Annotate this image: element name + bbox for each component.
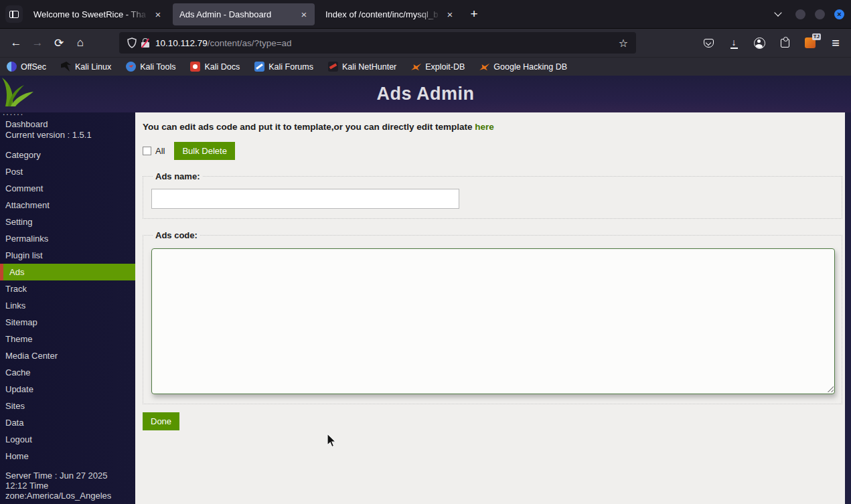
bookmark-kali-linux[interactable]: Kali Linux xyxy=(61,62,111,72)
sidebar-item-home[interactable]: Home xyxy=(0,448,135,465)
sweetrice-logo[interactable]: ...... xyxy=(1,77,48,117)
tab-title: Welcome to SweetRice - Tha xyxy=(33,9,151,19)
extension-badge: TJ xyxy=(812,33,821,40)
download-icon: ↓ xyxy=(730,37,738,49)
sidebar-item-dashboard[interactable]: Dashboard xyxy=(5,119,130,129)
url-host: 10.10.112.79 xyxy=(155,38,208,48)
tab-index-of-content[interactable]: Index of /content/inc/mysql_b × xyxy=(319,3,461,25)
foxyproxy-extension-button[interactable]: TJ xyxy=(800,33,820,53)
bulk-delete-button[interactable]: Bulk Delete xyxy=(174,142,234,160)
tab-ads-admin[interactable]: Ads Admin - Dashboard × xyxy=(173,3,315,25)
insecure-lock-icon[interactable] xyxy=(141,38,150,48)
sidebar-item-sites[interactable]: Sites xyxy=(0,398,135,414)
sidebar-item-setting[interactable]: Setting xyxy=(0,214,135,230)
bookmark-kali-tools[interactable]: Kali Tools xyxy=(126,62,175,72)
account-button[interactable] xyxy=(749,33,769,53)
window-controls: × xyxy=(795,9,844,19)
sidebar-item-comment[interactable]: Comment xyxy=(0,180,135,197)
sidebar-item-logout[interactable]: Logout xyxy=(0,431,135,448)
sidebar-item-cache[interactable]: Cache xyxy=(0,364,135,381)
navigation-toolbar: ← → ⟳ ⌂ 10.10.112.79/content/as/?type=ad… xyxy=(0,29,851,58)
kali-nethunter-icon xyxy=(328,62,338,72)
sidebar-item-theme[interactable]: Theme xyxy=(0,331,135,347)
page-header-band: Ads Admin xyxy=(0,76,851,112)
list-all-tabs-button[interactable] xyxy=(770,6,786,22)
sidebar-item-plugin-list[interactable]: Plugin list xyxy=(0,247,135,264)
select-all-label: All xyxy=(155,146,165,156)
reload-button[interactable]: ⟳ xyxy=(48,33,70,53)
sidebar-item-data[interactable]: Data xyxy=(0,414,135,431)
sidebar-item-post[interactable]: Post xyxy=(0,163,135,180)
sidebar-item-sitemap[interactable]: Sitemap xyxy=(0,314,135,331)
maximize-button[interactable] xyxy=(815,9,825,19)
sidebar-item-ads[interactable]: Ads xyxy=(0,264,135,280)
minimize-button[interactable] xyxy=(795,9,805,19)
downloads-button[interactable]: ↓ xyxy=(724,33,744,53)
sidebar-item-update[interactable]: Update xyxy=(0,381,135,398)
close-tab-icon[interactable]: × xyxy=(297,7,311,21)
ads-code-textarea[interactable] xyxy=(151,248,835,394)
edit-template-here-link[interactable]: here xyxy=(475,122,494,132)
select-all-checkbox[interactable] xyxy=(143,147,151,155)
sidebar-nav: Category Post Comment Attachment Setting… xyxy=(0,147,135,465)
back-button[interactable]: ← xyxy=(5,33,27,53)
forward-button[interactable]: → xyxy=(27,33,48,53)
bulk-actions-row: All Bulk Delete xyxy=(143,142,842,160)
sidebar-version-text: Current version : 1.5.1 xyxy=(5,130,130,140)
ads-code-legend: Ads code: xyxy=(153,230,200,240)
sidebar-item-media-center[interactable]: Media Center xyxy=(0,347,135,364)
tab-welcome-sweetrice[interactable]: Welcome to SweetRice - Tha × xyxy=(27,3,169,25)
url-bar[interactable]: 10.10.112.79/content/as/?type=ad ☆ xyxy=(119,32,636,54)
chevron-down-icon xyxy=(774,9,781,16)
exploit-db-icon xyxy=(411,62,421,72)
new-tab-button[interactable]: + xyxy=(465,5,483,23)
sidebar-item-permalinks[interactable]: Permalinks xyxy=(0,230,135,247)
sidebar-item-track[interactable]: Track xyxy=(0,280,135,297)
kali-docs-icon xyxy=(190,62,200,72)
bookmark-kali-forums[interactable]: Kali Forums xyxy=(254,62,313,72)
tab-title: Ads Admin - Dashboard xyxy=(179,9,297,19)
bookmark-offsec[interactable]: OffSec xyxy=(7,62,46,72)
account-icon xyxy=(754,37,765,49)
google-hacking-db-icon xyxy=(479,62,489,72)
firefox-view-button[interactable] xyxy=(5,5,23,23)
extensions-button[interactable] xyxy=(775,33,795,53)
sweetrice-logo-icon xyxy=(1,77,40,108)
kali-linux-icon xyxy=(61,62,71,72)
page-content: Ads Admin ...... Dashboard Current versi… xyxy=(0,76,851,504)
close-tab-icon[interactable]: × xyxy=(443,7,457,21)
ads-name-legend: Ads name: xyxy=(153,171,202,181)
kali-forums-icon xyxy=(254,62,264,72)
close-tab-icon[interactable]: × xyxy=(151,7,165,21)
close-window-button[interactable]: × xyxy=(834,9,844,19)
toolbar-right-icons: ↓ TJ ≡ xyxy=(698,33,846,53)
bookmark-kali-docs[interactable]: Kali Docs xyxy=(190,62,240,72)
firefox-view-icon xyxy=(9,11,19,18)
done-button[interactable]: Done xyxy=(143,412,179,430)
offsec-icon xyxy=(7,62,17,72)
sidebar: Dashboard Current version : 1.5.1 Catego… xyxy=(0,112,135,504)
server-time-text: Server Time : Jun 27 2025 12:12 Time zon… xyxy=(0,465,127,501)
kali-tools-icon xyxy=(126,62,136,72)
url-text[interactable]: 10.10.112.79/content/as/?type=ad xyxy=(155,38,616,48)
ads-name-input[interactable] xyxy=(151,189,459,209)
tab-bar: Welcome to SweetRice - Tha × Ads Admin -… xyxy=(0,0,851,29)
url-path: /content/as/?type=ad xyxy=(208,38,292,48)
pocket-icon xyxy=(704,39,714,48)
sidebar-item-category[interactable]: Category xyxy=(0,147,135,163)
intro-text: You can edit ads code and put it to temp… xyxy=(143,122,842,132)
main-panel: You can edit ads code and put it to temp… xyxy=(135,112,845,504)
bookmark-star-icon[interactable]: ☆ xyxy=(616,37,631,50)
page-title: Ads Admin xyxy=(377,84,475,104)
sidebar-item-links[interactable]: Links xyxy=(0,297,135,314)
bookmark-exploit-db[interactable]: Exploit-DB xyxy=(411,62,465,72)
pocket-button[interactable] xyxy=(698,33,718,53)
tab-title: Index of /content/inc/mysql_b xyxy=(325,9,443,19)
sidebar-item-attachment[interactable]: Attachment xyxy=(0,197,135,214)
bookmarks-bar: OffSec Kali Linux Kali Tools Kali Docs K… xyxy=(0,58,851,76)
app-menu-button[interactable]: ≡ xyxy=(826,33,846,53)
bookmark-kali-nethunter[interactable]: Kali NetHunter xyxy=(328,62,396,72)
shield-icon[interactable] xyxy=(127,37,137,48)
home-button[interactable]: ⌂ xyxy=(70,33,91,53)
bookmark-google-hacking-db[interactable]: Google Hacking DB xyxy=(479,62,567,72)
